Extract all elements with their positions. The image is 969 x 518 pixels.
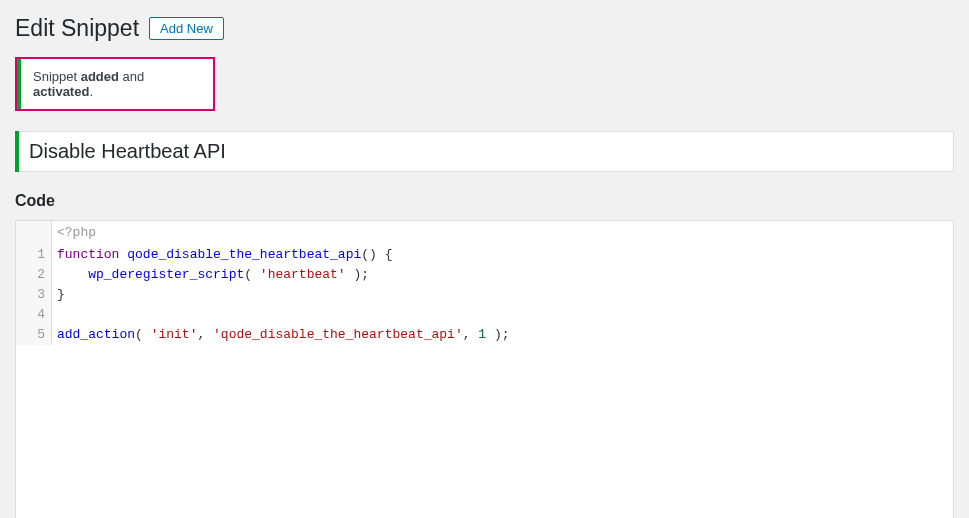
notice-text-mid: and xyxy=(119,69,144,84)
page-title: Edit Snippet xyxy=(15,15,139,42)
notice-text-prefix: Snippet xyxy=(33,69,81,84)
code-punct: () { xyxy=(361,247,392,262)
snippet-title-input[interactable] xyxy=(19,131,954,172)
code-section-label: Code xyxy=(15,192,954,210)
gutter-placeholder xyxy=(16,221,52,245)
code-line: add_action( 'init', 'qode_disable_the_he… xyxy=(57,325,948,345)
code-keyword: function xyxy=(57,247,119,262)
code-content[interactable]: function qode_disable_the_heartbeat_api(… xyxy=(52,245,953,345)
php-open-tag: <?php xyxy=(52,221,101,245)
code-line xyxy=(57,305,948,325)
code-function-name: qode_disable_the_heartbeat_api xyxy=(127,247,361,262)
code-punct: ); xyxy=(486,327,509,342)
notice-success: Snippet added and activated. xyxy=(17,59,213,109)
code-punct: , xyxy=(463,327,479,342)
code-line: } xyxy=(57,285,948,305)
line-number: 1 xyxy=(22,245,45,265)
code-punct: ( xyxy=(135,327,151,342)
notice-text-bold1: added xyxy=(81,69,119,84)
line-number: 5 xyxy=(22,325,45,345)
code-punct: ); xyxy=(346,267,369,282)
code-indent xyxy=(57,267,88,282)
code-number: 1 xyxy=(478,327,486,342)
code-editor-body: 1 2 3 4 5 function qode_disable_the_hear… xyxy=(16,245,953,345)
notice-text-bold2: activated xyxy=(33,84,89,99)
snippet-title-wrap xyxy=(15,131,954,172)
code-punct: , xyxy=(197,327,213,342)
notice-text-suffix: . xyxy=(89,84,93,99)
notice-highlight: Snippet added and activated. xyxy=(15,57,215,111)
code-string: 'heartbeat' xyxy=(260,267,346,282)
code-function-call: add_action xyxy=(57,327,135,342)
page-header: Edit Snippet Add New xyxy=(15,15,954,42)
code-editor-header: <?php xyxy=(16,221,953,245)
code-gutter: 1 2 3 4 5 xyxy=(16,245,52,345)
code-line: wp_deregister_script( 'heartbeat' ); xyxy=(57,265,948,285)
code-string: 'qode_disable_the_heartbeat_api' xyxy=(213,327,463,342)
line-number: 2 xyxy=(22,265,45,285)
code-line: function qode_disable_the_heartbeat_api(… xyxy=(57,245,948,265)
code-editor[interactable]: <?php 1 2 3 4 5 function qode_disable_th… xyxy=(15,220,954,518)
code-punct: } xyxy=(57,287,65,302)
code-string: 'init' xyxy=(151,327,198,342)
add-new-button[interactable]: Add New xyxy=(149,17,224,40)
code-function-call: wp_deregister_script xyxy=(88,267,244,282)
line-number: 4 xyxy=(22,305,45,325)
line-number: 3 xyxy=(22,285,45,305)
code-punct: ( xyxy=(244,267,260,282)
